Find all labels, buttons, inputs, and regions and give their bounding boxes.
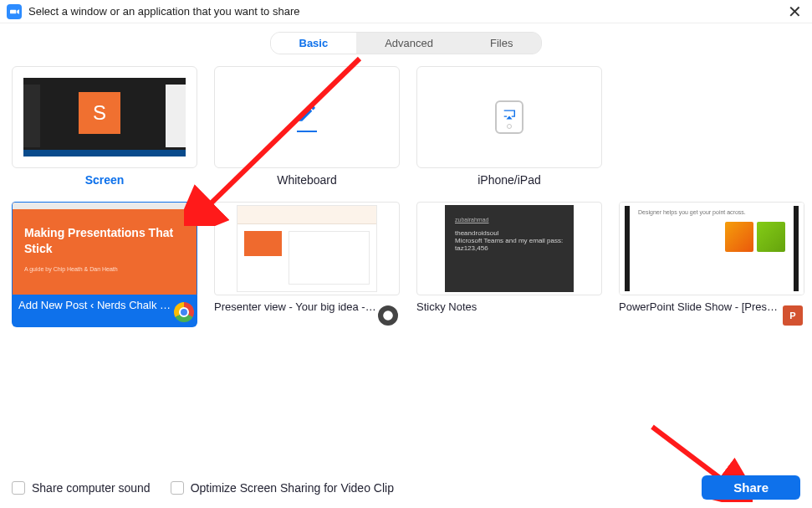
tile-window-powerpoint[interactable]: Designer helps you get your point across… [619, 202, 804, 327]
chrome-icon [174, 302, 194, 322]
zoom-logo-icon [7, 4, 22, 19]
footer: Share computer sound Optimize Screen Sha… [0, 469, 812, 508]
tile-window-sticky-notes[interactable]: zubairahmad theandroidsoul Microsoft Tea… [416, 202, 602, 327]
checkbox-icon [12, 481, 25, 495]
presenter-preview [237, 205, 376, 291]
tile-whiteboard-label: Whiteboard [214, 173, 400, 187]
checkbox-icon [171, 481, 184, 495]
tile-window-google-presenter[interactable]: Presenter view - Your big idea - G... [214, 202, 400, 327]
checkbox-label: Share computer sound [32, 481, 151, 495]
powerpoint-preview: Designer helps you get your point across… [620, 203, 804, 295]
checkbox-optimize-video[interactable]: Optimize Screen Sharing for Video Clip [171, 481, 394, 495]
tile-window-label: Add New Post ‹ Nerds Chalk — ... [12, 295, 197, 316]
window-title: Select a window or an application that y… [28, 5, 299, 18]
google-icon [378, 305, 398, 326]
tile-iphone-label: iPhone/iPad [416, 173, 602, 187]
titlebar: Select a window or an application that y… [0, 0, 812, 23]
screen-preview-icon: S [23, 78, 186, 157]
tile-window-chrome-nerdschalk[interactable]: Making Presentations That Stick A guide … [12, 202, 197, 327]
share-grid: S Screen Whiteboard [0, 54, 812, 327]
tile-window-label: Sticky Notes [416, 300, 602, 313]
tile-iphone-ipad[interactable]: iPhone/iPad [416, 66, 602, 187]
sticky-preview: zubairahmad theandroidsoul Microsoft Tea… [445, 205, 574, 291]
tab-bar: Basic Advanced Files [0, 32, 812, 54]
tile-whiteboard[interactable]: Whiteboard [214, 66, 400, 187]
pencil-icon [294, 102, 319, 127]
checkbox-share-sound[interactable]: Share computer sound [12, 481, 151, 495]
tile-screen-label: Screen [12, 173, 197, 187]
share-button[interactable]: Share [702, 475, 800, 500]
tile-window-label: Presenter view - Your big idea - G... [214, 300, 400, 313]
tile-screen[interactable]: S Screen [12, 66, 197, 187]
powerpoint-icon: P [783, 305, 803, 326]
tile-window-label: PowerPoint Slide Show - [Present... [619, 300, 804, 313]
chrome-window-preview: Making Presentations That Stick A guide … [13, 203, 197, 295]
tab-files[interactable]: Files [462, 33, 541, 54]
checkbox-label: Optimize Screen Sharing for Video Clip [191, 481, 394, 495]
tab-basic[interactable]: Basic [271, 33, 357, 54]
airplay-icon [495, 100, 523, 134]
tab-advanced[interactable]: Advanced [356, 33, 462, 54]
close-button[interactable]: ✕ [784, 3, 805, 20]
